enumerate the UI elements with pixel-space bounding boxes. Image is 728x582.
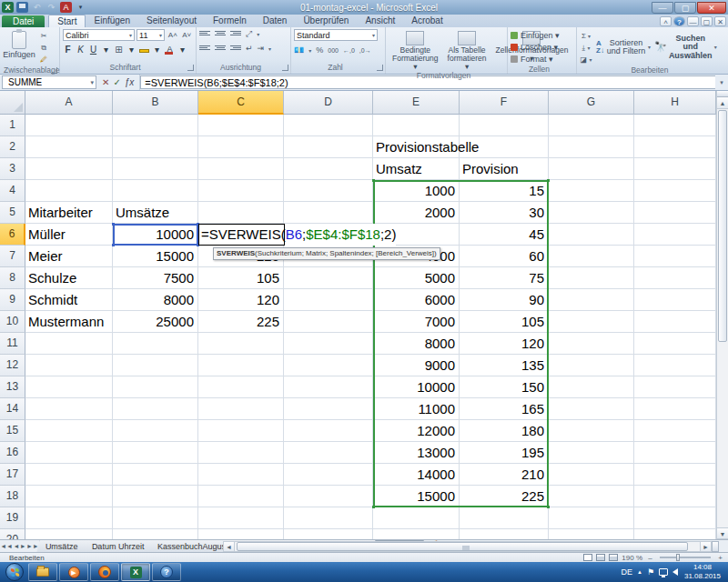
cell-C12[interactable] [198, 355, 284, 376]
insert-function-icon[interactable]: ƒx [125, 77, 135, 87]
cell-A8[interactable]: Schulze [25, 267, 113, 289]
cell-C4[interactable] [198, 180, 284, 202]
redo-icon[interactable]: ↷ [46, 2, 57, 13]
cell-G14[interactable] [549, 398, 634, 420]
cell-G2[interactable] [549, 136, 634, 158]
row-header-19[interactable]: 19 [0, 507, 25, 529]
row-header-17[interactable]: 17 [0, 464, 25, 486]
fill-icon[interactable]: ⤓ ▾ [580, 43, 592, 54]
ribbon-tab-einfügen[interactable]: Einfügen [86, 15, 137, 27]
sort-filter-button[interactable]: AZ↓ Sortieren und Filtern▾ [596, 29, 651, 65]
cell-A19[interactable] [25, 507, 113, 529]
cell-F2[interactable] [460, 136, 549, 158]
cell-B15[interactable] [113, 420, 198, 442]
autosum-icon[interactable]: Σ ▾ [580, 31, 592, 42]
align-center-icon[interactable] [215, 45, 226, 53]
cell-E4[interactable]: 1000 [373, 180, 460, 202]
row-header-14[interactable]: 14 [0, 398, 25, 420]
cell-D1[interactable] [284, 115, 373, 136]
comma-style-icon[interactable]: 000 [328, 47, 339, 54]
acrobat-icon[interactable]: A [60, 2, 72, 13]
cell-G3[interactable] [549, 158, 634, 180]
cell-E11[interactable]: 8000 [373, 333, 460, 355]
undo-icon[interactable]: ↶ [31, 2, 43, 13]
select-all-corner[interactable] [0, 91, 25, 115]
cell-D5[interactable] [284, 202, 373, 224]
cell-H4[interactable] [634, 180, 716, 202]
next-sheet-icon[interactable]: ► [20, 543, 26, 549]
cell-A16[interactable] [25, 442, 113, 464]
network-icon[interactable] [659, 568, 668, 576]
cell-H8[interactable] [634, 267, 716, 289]
find-select-button[interactable]: 🔭 Suchen und Auswählen▾ [654, 29, 717, 65]
row-header-15[interactable]: 15 [0, 420, 25, 442]
cell-H2[interactable] [634, 136, 716, 158]
dialog-launcher-icon[interactable] [187, 65, 194, 71]
row-header-10[interactable]: 10 [0, 311, 25, 333]
cell-A17[interactable] [25, 464, 113, 486]
cell-D9[interactable] [284, 289, 373, 311]
ribbon-tab-formeln[interactable]: Formeln [205, 15, 255, 27]
taskbar-clock[interactable]: 14:08 31.08.2015 [682, 563, 726, 580]
cell-G16[interactable] [549, 442, 634, 464]
cell-F17[interactable]: 210 [460, 464, 549, 486]
cell-H13[interactable] [634, 376, 716, 398]
cell-C1[interactable] [198, 115, 284, 136]
action-center-flag-icon[interactable]: ⚑ [647, 567, 654, 577]
cell-D10[interactable] [284, 311, 373, 333]
cell-E5[interactable]: 2000 [373, 202, 460, 224]
cell-B2[interactable] [113, 136, 198, 158]
cell-A18[interactable] [25, 486, 113, 507]
page-layout-view-icon[interactable] [596, 554, 605, 561]
enter-formula-icon[interactable]: ✓ [113, 77, 120, 87]
cell-H19[interactable] [634, 507, 716, 529]
close-button[interactable]: ✕ [697, 2, 726, 14]
ribbon-tab-seitenlayout[interactable]: Seitenlayout [138, 15, 205, 27]
cell-A15[interactable] [25, 420, 113, 442]
cell-H6[interactable] [634, 224, 716, 246]
cell-E17[interactable]: 14000 [373, 464, 460, 486]
cell-E1[interactable] [373, 115, 460, 136]
align-right-icon[interactable] [230, 45, 241, 53]
cell-A14[interactable] [25, 398, 113, 420]
cell-E20[interactable] [373, 529, 460, 539]
cell-G7[interactable] [549, 246, 634, 267]
cell-G6[interactable] [549, 224, 634, 246]
italic-button[interactable]: K [76, 45, 86, 55]
cell-B19[interactable] [113, 507, 198, 529]
cell-A7[interactable]: Meier [25, 246, 113, 267]
row-header-5[interactable]: 5 [0, 202, 25, 224]
cell-F9[interactable]: 90 [460, 289, 549, 311]
col-header-G[interactable]: G [549, 91, 634, 115]
cell-E14[interactable]: 11000 [373, 398, 460, 420]
cell-F12[interactable]: 135 [460, 355, 549, 376]
cell-F19[interactable] [460, 507, 549, 529]
taskbar-excel-button[interactable]: X [121, 563, 150, 581]
cell-B11[interactable] [113, 333, 198, 355]
cells-button-einfügen[interactable]: Einfügen ▾ [511, 29, 573, 41]
cell-A9[interactable]: Schmidt [25, 289, 113, 311]
excel-app-icon[interactable]: X [2, 2, 14, 13]
scroll-down-icon[interactable]: ▼ [717, 527, 728, 539]
cell-E8[interactable]: 5000 [373, 267, 460, 289]
cell-D11[interactable] [284, 333, 373, 355]
cell-D14[interactable] [284, 398, 373, 420]
expand-formula-bar-icon[interactable]: ▾ [715, 75, 728, 90]
normal-view-icon[interactable] [583, 554, 592, 561]
cell-F5[interactable]: 30 [460, 202, 549, 224]
cell-E9[interactable]: 6000 [373, 289, 460, 311]
underline-button[interactable]: U [88, 45, 98, 55]
grow-font-icon[interactable]: A˄ [167, 30, 178, 41]
zoom-slider-thumb[interactable] [676, 554, 680, 561]
cell-A6[interactable]: Müller [25, 224, 113, 246]
cell-D19[interactable] [284, 507, 373, 529]
cell-H9[interactable] [634, 289, 716, 311]
cell-E15[interactable]: 12000 [373, 420, 460, 442]
ribbon-tab-ansicht[interactable]: Ansicht [357, 15, 403, 27]
help-icon[interactable]: ? [673, 16, 685, 26]
cell-B3[interactable] [113, 158, 198, 180]
cell-E2[interactable]: Provisionstabelle [373, 136, 460, 158]
cell-D15[interactable] [284, 420, 373, 442]
col-header-E[interactable]: E [373, 91, 460, 115]
cell-B12[interactable] [113, 355, 198, 376]
